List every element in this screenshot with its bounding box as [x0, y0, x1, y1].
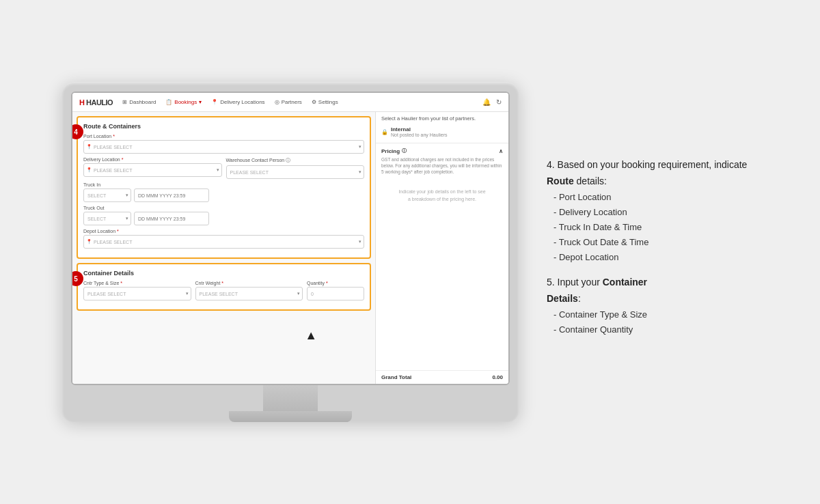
- nav-dashboard[interactable]: ⊞ Dashboard: [122, 99, 156, 105]
- right-panel: Select a Haulier from your list of partn…: [375, 112, 508, 384]
- mouse-cursor: ▲: [305, 328, 317, 343]
- grand-total-value: 0.00: [492, 374, 503, 380]
- quantity-group: Quantity *: [307, 281, 364, 300]
- delivery-pin-icon: 📍: [86, 167, 92, 173]
- port-location-pin-icon: 📍: [86, 144, 92, 150]
- port-location-select[interactable]: PLEASE SELECT: [83, 140, 364, 154]
- warehouse-contact-label: Warehouse Contact Person ⓘ: [226, 157, 365, 164]
- step-4-badge: 4: [72, 124, 83, 139]
- truck-in-group: Truck In SELECT: [83, 182, 364, 202]
- nav-settings[interactable]: ⚙ Settings: [312, 99, 338, 105]
- step5-heading: 5. Input your ContainerDetails:: [547, 275, 758, 307]
- step4-item-3: - Truck In Date & Time: [554, 220, 758, 235]
- monitor-stand-base: [229, 411, 352, 422]
- pricing-section: Pricing ⓘ ∧ GST and additional charges a…: [376, 143, 508, 370]
- lock-icon: 🔒: [381, 129, 388, 135]
- port-location-row: Port Location * 📍 PLEASE SELECT: [83, 134, 364, 154]
- bookings-arrow: ▾: [199, 99, 202, 105]
- form-panel: 4 Route & Containers Port Location *: [72, 112, 375, 384]
- nav-delivery[interactable]: 📍 Delivery Locations: [211, 99, 264, 105]
- notification-icon[interactable]: 🔔: [482, 98, 491, 106]
- partners-dropdown: Select a Haulier from your list of partn…: [376, 112, 508, 143]
- nav-bookings-label: Bookings: [174, 99, 197, 105]
- step4-item-5: - Depot Location: [554, 250, 758, 265]
- step4-heading: 4. Based on your booking requirement, in…: [547, 157, 758, 190]
- pricing-info-icon: ⓘ: [402, 148, 407, 154]
- cntr-weight-select[interactable]: PLEASE SELECT: [195, 287, 303, 300]
- truck-in-select-wrapper: SELECT: [83, 188, 131, 202]
- partners-title: Select a Haulier from your list of partn…: [381, 115, 503, 122]
- refresh-icon[interactable]: ↻: [496, 98, 502, 106]
- monitor-screen: H HAULIO ⊞ Dashboard 📋 Bookings ▾: [71, 92, 510, 385]
- truck-in-row: Truck In SELECT: [83, 182, 364, 202]
- truck-in-label: Truck In: [83, 182, 364, 187]
- topbar: H HAULIO ⊞ Dashboard 📋 Bookings ▾: [72, 93, 508, 112]
- nav-partners-label: Partners: [282, 99, 302, 105]
- delivery-location-label: Delivery Location *: [83, 157, 222, 162]
- dashboard-icon: ⊞: [122, 99, 127, 105]
- truck-out-group: Truck Out SELECT: [83, 206, 364, 225]
- nav-items: ⊞ Dashboard 📋 Bookings ▾ 📍 Delivery Loca…: [122, 99, 482, 105]
- port-location-group: Port Location * 📍 PLEASE SELECT: [83, 134, 364, 154]
- warehouse-contact-select[interactable]: PLEASE SELECT: [226, 165, 365, 179]
- depot-location-select[interactable]: PLEASE SELECT: [83, 235, 364, 249]
- bookings-icon: 📋: [165, 99, 172, 105]
- quantity-input[interactable]: [307, 287, 364, 300]
- partner-sub: Not posted to any Hauliers: [391, 132, 448, 137]
- quantity-label: Quantity *: [307, 281, 364, 285]
- truck-in-select[interactable]: SELECT: [83, 188, 131, 202]
- step4-item-1: - Port Location: [554, 190, 758, 205]
- port-location-select-wrapper: 📍 PLEASE SELECT: [83, 140, 364, 154]
- pricing-placeholder: Indicate your job details on the left to…: [381, 188, 503, 203]
- delivery-icon: 📍: [211, 99, 218, 105]
- partner-item[interactable]: 🔒 Internal Not posted to any Hauliers: [381, 124, 503, 139]
- truck-out-select-wrapper: SELECT: [83, 212, 131, 225]
- pricing-title: Pricing ⓘ ∧: [381, 148, 503, 154]
- step5-list: - Container Type & Size - Container Quan…: [547, 307, 758, 337]
- step4-item-4: - Truck Out Date & Time: [554, 235, 758, 250]
- nav-bookings[interactable]: 📋 Bookings ▾: [165, 99, 202, 105]
- delivery-location-select[interactable]: PLEASE SELECT: [83, 163, 222, 177]
- container-strong: ContainerDetails: [547, 277, 647, 304]
- truck-out-date-input[interactable]: [134, 212, 209, 225]
- pricing-subtitle: GST and additional charges are not inclu…: [381, 156, 503, 175]
- nav-partners[interactable]: ◎ Partners: [275, 99, 302, 105]
- topbar-right: 🔔 ↻: [482, 98, 502, 106]
- nav-delivery-label: Delivery Locations: [220, 99, 264, 105]
- monitor-stand-neck: [263, 385, 318, 411]
- nav-dashboard-label: Dashboard: [129, 99, 156, 105]
- depot-location-group: Depot Location * 📍 PLEASE SELECT: [83, 229, 364, 249]
- app: H HAULIO ⊞ Dashboard 📋 Bookings ▾: [72, 93, 508, 384]
- delivery-location-group: Delivery Location * 📍 PLEASE SELECT: [83, 157, 222, 179]
- truck-out-label: Truck Out: [83, 206, 364, 210]
- route-section: 4 Route & Containers Port Location *: [77, 116, 371, 259]
- cntr-weight-label: Cntr Weight *: [195, 281, 303, 285]
- warehouse-info-icon: ⓘ: [286, 158, 290, 163]
- truck-in-date-input[interactable]: [134, 188, 209, 202]
- warehouse-contact-select-wrapper: PLEASE SELECT: [226, 165, 365, 179]
- step4-item-2: - Delivery Location: [554, 205, 758, 220]
- step5-item-1: - Container Type & Size: [554, 307, 758, 322]
- partner-name: Internal: [391, 126, 448, 132]
- delivery-location-select-wrapper: 📍 PLEASE SELECT: [83, 163, 222, 177]
- grand-total-row: Grand Total 0.00: [376, 370, 508, 384]
- partners-icon: ◎: [275, 99, 279, 105]
- depot-pin-icon: 📍: [86, 239, 92, 244]
- port-location-label: Port Location *: [83, 134, 364, 139]
- cntr-weight-group: Cntr Weight * PLEASE SELECT: [195, 281, 303, 300]
- step-5-badge: 5: [72, 271, 83, 286]
- main-content: 4 Route & Containers Port Location *: [72, 112, 508, 384]
- app-logo: H HAULIO: [79, 98, 113, 107]
- monitor: H HAULIO ⊞ Dashboard 📋 Bookings ▾: [62, 82, 519, 422]
- settings-icon: ⚙: [312, 99, 316, 105]
- depot-location-select-wrapper: 📍 PLEASE SELECT: [83, 235, 364, 249]
- depot-location-label: Depot Location *: [83, 229, 364, 234]
- pricing-chevron[interactable]: ∧: [499, 148, 503, 154]
- page-wrapper: H HAULIO ⊞ Dashboard 📋 Bookings ▾: [0, 0, 820, 504]
- cntr-type-select[interactable]: PLEASE SELECT: [83, 287, 191, 300]
- cntr-weight-select-wrapper: PLEASE SELECT: [195, 287, 303, 300]
- cntr-type-select-wrapper: PLEASE SELECT: [83, 287, 191, 300]
- container-fields-row: Cntr Type & Size * PLEASE SELECT: [83, 281, 364, 300]
- truck-out-select[interactable]: SELECT: [83, 212, 131, 225]
- container-section: 5 Container Details Cntr Type & Size *: [77, 263, 371, 311]
